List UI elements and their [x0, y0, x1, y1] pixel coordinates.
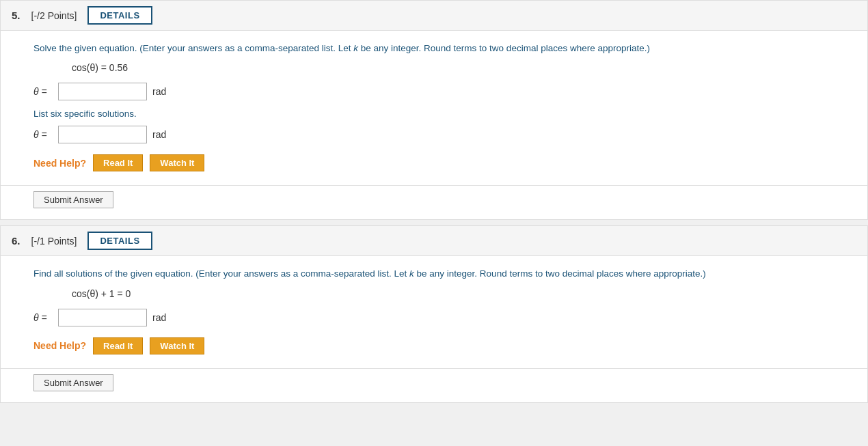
instruction-prefix: Solve the given equation. (Enter your an… [33, 43, 353, 53]
question-6-body: Find all solutions of the given equation… [1, 256, 867, 367]
question-5-answer-input-1[interactable] [58, 83, 147, 100]
instruction-rest: be any integer. Round terms to two decim… [358, 43, 650, 53]
question-5-header: 5. [-/2 Points] DETAILS [1, 1, 867, 31]
question-5-input-row-2: θ = rad [33, 126, 835, 143]
instruction-k-6: k [409, 268, 414, 279]
question-6-number: 6. [12, 235, 21, 247]
question-6-block: 6. [-/1 Points] DETAILS Find all solutio… [0, 225, 868, 402]
question-5-details-button[interactable]: DETAILS [87, 6, 152, 25]
submit-answer-button-5[interactable]: Submit Answer [33, 191, 113, 208]
question-5-submit-row: Submit Answer [1, 185, 867, 219]
submit-answer-button-6[interactable]: Submit Answer [33, 374, 113, 391]
watch-it-button-6[interactable]: Watch It [150, 337, 204, 354]
rad-label-6: rad [152, 312, 166, 323]
question-5-instruction: Solve the given equation. (Enter your an… [33, 42, 835, 55]
watch-it-button-5[interactable]: Watch It [150, 154, 204, 171]
question-6-need-help-row: Need Help? Read It Watch It [33, 337, 835, 354]
rad-label-1: rad [152, 86, 166, 97]
question-5-points: [-/2 Points] [31, 10, 77, 21]
question-6-details-button[interactable]: DETAILS [87, 232, 152, 250]
instruction-k: k [353, 43, 358, 53]
theta-label-1: θ = [33, 86, 53, 97]
question-6-submit-row: Submit Answer [1, 368, 867, 402]
question-6-header: 6. [-/1 Points] DETAILS [1, 226, 867, 256]
read-it-button-6[interactable]: Read It [93, 337, 143, 354]
list-solutions-label: List six specific solutions. [33, 109, 835, 119]
question-5-number: 5. [12, 10, 21, 21]
need-help-text-6: Need Help? [33, 340, 86, 351]
question-6-input-row: θ = rad [33, 309, 835, 326]
question-6-equation: cos(θ) + 1 = 0 [72, 288, 835, 299]
question-5-equation: cos(θ) = 0.56 [72, 62, 835, 73]
instruction-rest-6: be any integer. Round terms to two decim… [414, 268, 706, 279]
question-5-input-row-1: θ = rad [33, 83, 835, 100]
rad-label-2: rad [152, 129, 166, 140]
theta-label-6: θ = [33, 312, 53, 323]
question-5-answer-input-2[interactable] [58, 126, 147, 143]
question-6-answer-input[interactable] [58, 309, 147, 326]
question-5-body: Solve the given equation. (Enter your an… [1, 31, 867, 185]
question-6-instruction: Find all solutions of the given equation… [33, 267, 835, 281]
question-5-need-help-row: Need Help? Read It Watch It [33, 154, 835, 171]
need-help-text-5: Need Help? [33, 158, 86, 169]
theta-label-2: θ = [33, 129, 53, 140]
question-5-block: 5. [-/2 Points] DETAILS Solve the given … [0, 0, 868, 220]
instruction-prefix-6: Find all solutions of the given equation… [33, 268, 409, 279]
question-6-points: [-/1 Points] [31, 236, 77, 247]
read-it-button-5[interactable]: Read It [93, 154, 143, 171]
